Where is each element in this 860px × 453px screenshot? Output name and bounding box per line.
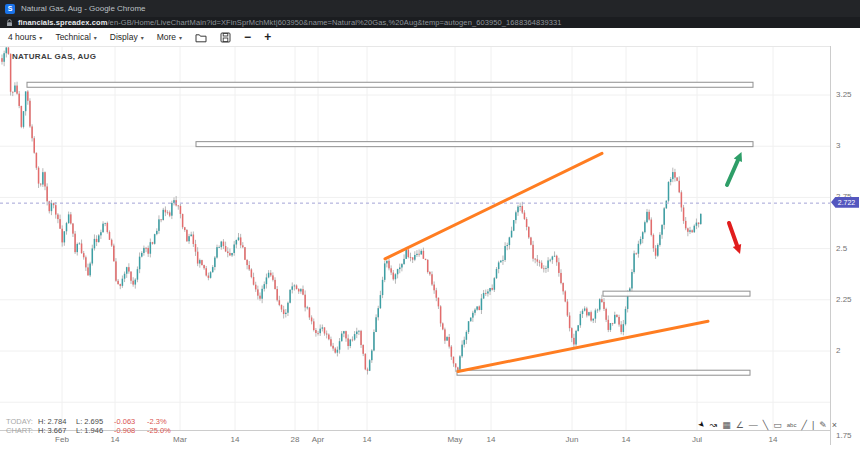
timeframe-menu[interactable]: 4 hours ▾ [8, 32, 42, 42]
candles-layer [1, 47, 701, 375]
technical-menu[interactable]: Technical ▾ [55, 32, 96, 42]
chevron-down-icon: ▾ [179, 33, 182, 40]
rectangle-tool[interactable]: ▭ [773, 419, 782, 431]
window-title: Natural Gas, Aug - Google Chrome [21, 4, 146, 13]
text-tool[interactable]: abc [787, 419, 797, 431]
legend-value: -2.3% [147, 417, 180, 426]
browser-titlebar: S Natural Gas, Aug - Google Chrome [0, 0, 860, 17]
price-axis-label: 2.25 [836, 295, 852, 304]
freehand-tool[interactable]: ↝ [710, 419, 718, 431]
drawing-toolbar: ➤↝▦∠—╲▭abc╱|✎× [698, 419, 837, 431]
save-chart-button[interactable] [220, 32, 231, 43]
display-menu[interactable]: Display ▾ [110, 32, 144, 42]
vertical-line-tool[interactable]: | [812, 419, 814, 431]
time-axis-label: 28 [291, 435, 300, 444]
symbol-label: NATURAL GAS, AUG [12, 52, 96, 61]
chart-legend: TODAY:H: 2.784L: 2.695-0.063-2.3%CHART:H… [6, 417, 180, 435]
more-menu-label: More [157, 32, 176, 42]
legend-value: -0.908 [114, 426, 147, 435]
time-axis-label: Mar [173, 435, 187, 444]
time-axis-label: Feb [55, 435, 69, 444]
url-domain: financials.spreadex.com [18, 18, 107, 27]
legend-value: -25.0% [147, 426, 180, 435]
lock-icon [6, 19, 13, 27]
legend-value: -0.063 [114, 417, 147, 426]
pencil-tool[interactable]: ✎ [819, 419, 827, 431]
timeframe-menu-label: 4 hours [8, 32, 36, 42]
time-axis-label: 14 [111, 435, 120, 444]
trend-channel-tool[interactable]: ∠ [736, 419, 744, 431]
save-icon [220, 32, 231, 43]
more-menu[interactable]: More ▾ [157, 32, 182, 42]
display-menu-label: Display [110, 32, 138, 42]
price-axis-label: 2.5 [836, 244, 847, 253]
legend-row: CHART:H: 3.667L: 1.946-0.908-25.0% [6, 426, 180, 435]
time-axis-label: 14 [363, 435, 372, 444]
legend-value: TODAY: [6, 417, 38, 426]
time-axis-label: 14 [487, 435, 496, 444]
segment-tool[interactable]: ╲ [763, 419, 768, 431]
chevron-down-icon: ▾ [94, 33, 97, 40]
site-favicon: S [5, 4, 15, 14]
price-axis-label: 3 [836, 141, 840, 150]
time-axis-label: 14 [769, 435, 778, 444]
horizontal-line-tool[interactable]: — [749, 419, 758, 431]
chart-panel: NATURAL GAS, AUG [0, 46, 830, 431]
zoom-in-button[interactable]: + [264, 32, 271, 42]
legend-value: CHART: [6, 426, 38, 435]
price-chart-canvas[interactable] [0, 47, 830, 431]
legend-value: H: 3.667 [38, 426, 76, 435]
time-axis-label: 14 [622, 435, 631, 444]
price-axis-label: 2 [836, 346, 840, 355]
chevron-down-icon: ▾ [141, 33, 144, 40]
legend-value: L: 1.946 [76, 426, 114, 435]
price-axis-label: 1.75 [836, 431, 852, 440]
address-bar[interactable]: financials.spreadex.com/en-GB/Home/LiveC… [0, 17, 860, 28]
price-axis[interactable]: 3.2532.752.52.2521.75 [830, 46, 860, 445]
delete-tool[interactable]: × [832, 419, 837, 431]
url-path: /en-GB/Home/LiveChartMain?id=XFinSprMchM… [107, 18, 561, 27]
time-axis-label: Jun [566, 435, 579, 444]
technical-menu-label: Technical [55, 32, 90, 42]
zoom-out-button[interactable]: − [244, 32, 251, 42]
legend-row: TODAY:H: 2.784L: 2.695-0.063-2.3% [6, 417, 180, 426]
grid-tool[interactable]: ▦ [722, 419, 731, 431]
url-text: financials.spreadex.com/en-GB/Home/LiveC… [18, 18, 562, 27]
ray-tool[interactable]: ╱ [801, 419, 806, 431]
legend-value: H: 2.784 [38, 417, 76, 426]
time-axis-label: Apr [312, 435, 324, 444]
trendlines[interactable] [385, 153, 708, 371]
open-chart-button[interactable] [195, 32, 207, 43]
folder-open-icon [195, 32, 207, 43]
chart-app-toolbar: 4 hours ▾ Technical ▾ Display ▾ More ▾ [0, 28, 860, 46]
time-axis-label: 14 [231, 435, 240, 444]
legend-value: L: 2.695 [76, 417, 114, 426]
price-axis-label: 3.25 [836, 90, 852, 99]
browser-window: S Natural Gas, Aug - Google Chrome finan… [0, 0, 860, 453]
time-axis-label: Jul [692, 435, 702, 444]
chevron-down-icon: ▾ [39, 33, 42, 40]
last-price-badge: 2.722 [831, 197, 859, 208]
time-axis-label: May [447, 435, 462, 444]
